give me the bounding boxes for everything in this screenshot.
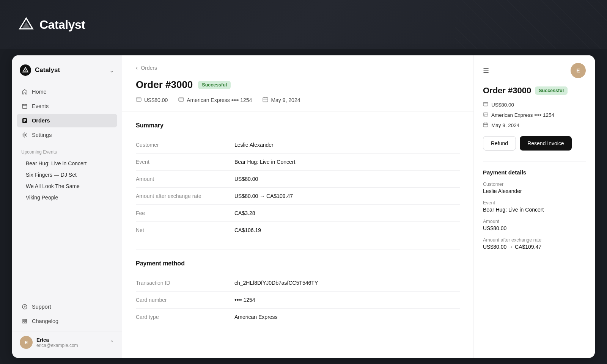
sidebar-settings-label: Settings	[32, 132, 52, 138]
panel-header: ☰ E	[483, 63, 586, 78]
sidebar-item-settings[interactable]: Settings	[17, 128, 117, 142]
sidebar-item-changelog[interactable]: Changelog	[17, 314, 117, 328]
settings-icon	[21, 132, 28, 138]
svg-rect-11	[179, 100, 181, 100]
user-avatar: E	[20, 336, 33, 349]
user-chevron-icon[interactable]: ⌃	[110, 339, 114, 345]
refund-button[interactable]: Refund	[483, 136, 516, 151]
summary-label: Net	[136, 222, 234, 239]
sidebar-support-label: Support	[32, 304, 51, 310]
svg-point-8	[24, 308, 25, 308]
summary-row: CustomerLeslie Alexander	[136, 136, 460, 154]
user-name: Erica	[36, 337, 78, 343]
panel-meta: US$80.00 American Express •••• 1254	[483, 102, 586, 129]
panel-detail-label: Amount after exchange rate	[483, 237, 586, 243]
user-info: E Erica erica@example.com	[20, 336, 78, 349]
main-content: ‹ Orders Order #3000 Successful	[122, 55, 473, 358]
summary-value: Leslie Alexander	[234, 136, 460, 154]
panel-meta-date: May 9, 2024	[483, 122, 586, 129]
upcoming-events-label: Upcoming Events	[12, 142, 122, 158]
payment-row: Card number•••• 1254	[136, 292, 460, 309]
panel-card: American Express •••• 1254	[491, 112, 554, 118]
panel-detail-row: AmountUS$80.00	[483, 219, 586, 231]
summary-value: US$80.00	[234, 171, 460, 188]
sidebar-event-bear-hug[interactable]: Bear Hug: Live in Concert	[17, 158, 117, 169]
sidebar-nav: Home Events	[12, 85, 122, 142]
order-meta-date: May 9, 2024	[263, 97, 300, 104]
sidebar-event-list: Bear Hug: Live in Concert Six Fingers — …	[12, 158, 122, 203]
sidebar-item-orders[interactable]: Orders	[17, 114, 117, 127]
back-arrow-icon: ‹	[136, 64, 138, 71]
user-details: Erica erica@example.com	[36, 337, 78, 348]
payment-table: Transaction IDch_2HLf8DfYJ0Db7asfCC5T546…	[136, 275, 460, 325]
card-outer: Catalyst ⌄ Home	[12, 55, 595, 358]
summary-row: EventBear Hug: Live in Concert	[136, 154, 460, 171]
panel-detail-label: Event	[483, 200, 586, 206]
summary-label: Fee	[136, 205, 234, 222]
sidebar-event-viking[interactable]: Viking People	[17, 192, 117, 203]
panel-meta-card: American Express •••• 1254	[483, 112, 586, 118]
panel-detail-label: Customer	[483, 182, 586, 187]
panel-avatar: E	[571, 63, 586, 78]
payment-label: Card number	[136, 292, 234, 309]
svg-rect-12	[263, 98, 268, 102]
summary-label: Amount after exchange rate	[136, 188, 234, 205]
sidebar-item-support[interactable]: Support	[17, 300, 117, 314]
sidebar-home-label: Home	[32, 89, 47, 95]
sidebar-item-events[interactable]: Events	[17, 99, 117, 113]
order-title: Order #3000	[136, 79, 193, 91]
sidebar-orders-label: Orders	[32, 118, 50, 124]
breadcrumb-label: Orders	[141, 65, 157, 71]
breadcrumb[interactable]: ‹ Orders	[136, 64, 460, 71]
panel-order-title: Order #3000 Successful	[483, 86, 586, 96]
panel-menu-icon[interactable]: ☰	[483, 66, 489, 75]
order-date: May 9, 2024	[271, 97, 300, 103]
order-status-badge: Successful	[198, 81, 231, 89]
summary-table: CustomerLeslie AlexanderEventBear Hug: L…	[136, 136, 460, 238]
panel-details: CustomerLeslie AlexanderEventBear Hug: L…	[483, 182, 586, 250]
summary-row: FeeCA$3.28	[136, 205, 460, 222]
payment-row: Transaction IDch_2HLf8DfYJ0Db7asfCC5T546…	[136, 275, 460, 292]
resend-invoice-button[interactable]: Resend Invoice	[520, 136, 572, 151]
summary-label: Customer	[136, 136, 234, 154]
sidebar-event-six-fingers[interactable]: Six Fingers — DJ Set	[17, 169, 117, 180]
top-bar: Catalyst	[0, 0, 607, 49]
svg-rect-10	[179, 98, 184, 101]
order-meta-card: American Express •••• 1254	[178, 97, 252, 104]
sidebar-bottom: Support Changelog	[12, 300, 122, 328]
changelog-icon	[21, 318, 28, 325]
user-footer: E Erica erica@example.com ⌃	[12, 331, 122, 349]
svg-rect-16	[483, 123, 488, 127]
panel-amount-icon	[483, 102, 488, 108]
user-email: erica@example.com	[36, 343, 78, 348]
payment-value: American Express	[234, 309, 460, 326]
summary-value: CA$106.19	[234, 222, 460, 239]
summary-row: Amount after exchange rateUS$80.00 → CA$…	[136, 188, 460, 205]
order-amount: US$80.00	[144, 97, 168, 103]
sidebar: Catalyst ⌄ Home	[12, 55, 122, 358]
sidebar-item-home[interactable]: Home	[17, 85, 117, 99]
sidebar-brand-icon	[20, 64, 31, 76]
summary-row: NetCA$106.19	[136, 222, 460, 239]
main-layout: Catalyst ⌄ Home	[0, 49, 607, 364]
order-meta: US$80.00 American Express •••• 1254	[136, 97, 460, 104]
summary-value: CA$3.28	[234, 205, 460, 222]
summary-title: Summary	[136, 122, 460, 129]
payment-value: ch_2HLf8DfYJ0Db7asfCC5T546TY	[234, 275, 460, 292]
card-icon	[178, 97, 184, 104]
panel-card-icon	[483, 112, 488, 118]
content-body: Summary CustomerLeslie AlexanderEventBea…	[122, 111, 473, 336]
sidebar-brand: Catalyst	[20, 64, 60, 76]
payment-row: Card typeAmerican Express	[136, 309, 460, 326]
panel-detail-row: CustomerLeslie Alexander	[483, 182, 586, 194]
payment-value: •••• 1254	[234, 292, 460, 309]
sidebar-chevron-icon[interactable]: ⌄	[109, 67, 114, 74]
svg-point-6	[24, 134, 26, 136]
svg-rect-13	[483, 103, 488, 106]
sidebar-events-label: Events	[32, 103, 49, 109]
sidebar-event-we-all[interactable]: We All Look The Same	[17, 180, 117, 192]
home-icon	[21, 88, 28, 95]
summary-label: Event	[136, 154, 234, 171]
panel-detail-label: Amount	[483, 219, 586, 224]
payment-method-title: Payment method	[136, 260, 460, 267]
